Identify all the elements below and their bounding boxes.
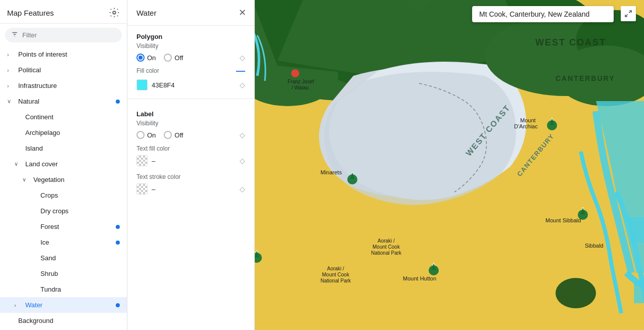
text-stroke-color-diamond[interactable]: ◇: [240, 185, 245, 193]
modified-dot: [116, 100, 120, 104]
svg-text:National Park: National Park: [371, 250, 402, 256]
svg-text:Mount Hutton: Mount Hutton: [403, 275, 436, 281]
map-search-value: Mt Cook, Canterbury, New Zealand: [479, 10, 589, 18]
left-panel-title: Map Features: [7, 9, 54, 17]
svg-text:/ Waiau: / Waiau: [292, 85, 309, 90]
nav-item-label: Vegetation: [33, 176, 64, 183]
filter-bar[interactable]: [5, 28, 122, 42]
nav-item-vegetation[interactable]: ∨Vegetation: [0, 172, 127, 187]
svg-text:Mount Sibbald: Mount Sibbald: [545, 217, 581, 223]
nav-item-label: Points of interest: [18, 51, 67, 58]
modified-dot: [116, 303, 120, 307]
filter-input[interactable]: [22, 31, 116, 39]
close-button[interactable]: ✕: [238, 7, 247, 18]
svg-point-27: [547, 120, 557, 130]
fullscreen-button[interactable]: [621, 6, 636, 21]
svg-text:Mount: Mount: [520, 117, 536, 123]
chevron-right-icon: ›: [7, 52, 14, 58]
svg-text:D'Archiac: D'Archiac: [514, 123, 538, 129]
text-stroke-color-row: – ◇: [127, 181, 254, 199]
svg-text:Franz Josef: Franz Josef: [288, 79, 314, 84]
nav-item-crops[interactable]: Crops: [0, 187, 127, 203]
nav-item-infrastructure[interactable]: ›Infrastructure: [0, 78, 127, 93]
polygon-visibility-diamond[interactable]: ◇: [240, 54, 245, 62]
polygon-on-circle: [136, 54, 145, 62]
nav-item-label: Shrub: [40, 270, 58, 277]
nav-item-label: Continent: [25, 113, 54, 121]
svg-point-41: [429, 265, 439, 275]
polygon-off-circle: [164, 54, 172, 62]
fill-color-swatch[interactable]: [136, 79, 148, 90]
middle-panel-title: Water: [136, 9, 156, 17]
label-off-label: Off: [174, 131, 183, 139]
chevron-right-icon: ›: [7, 67, 14, 73]
map-search-bar[interactable]: Mt Cook, Canterbury, New Zealand: [472, 6, 614, 22]
nav-item-label: Background: [18, 317, 53, 324]
nav-item-label: Tundra: [40, 286, 61, 293]
nav-item-dry-crops[interactable]: Dry crops: [0, 203, 127, 219]
svg-point-20: [291, 69, 299, 77]
nav-item-ice[interactable]: Ice: [0, 234, 127, 250]
svg-text:Mount Cook: Mount Cook: [322, 272, 350, 277]
svg-text:Mount Cook: Mount Cook: [373, 244, 400, 250]
filter-icon: [11, 31, 18, 39]
label-section-label: Label: [127, 103, 254, 120]
settings-icon[interactable]: [109, 7, 120, 18]
chevron-down-icon: ∨: [7, 98, 14, 105]
label-off-circle: [164, 131, 172, 139]
svg-text:Aoraki /: Aoraki /: [327, 266, 344, 271]
nav-item-label: Forest: [40, 223, 59, 230]
fill-color-value: 43E8F4: [152, 81, 236, 89]
nav-item-political[interactable]: ›Political: [0, 62, 127, 78]
fill-color-diamond[interactable]: ◇: [240, 81, 245, 89]
fill-color-minus-icon[interactable]: —: [236, 66, 245, 76]
svg-text:National Park: National Park: [320, 278, 351, 284]
polygon-section-label: Polygon: [127, 26, 254, 42]
nav-item-sand[interactable]: Sand: [0, 250, 127, 266]
label-visibility-label: Visibility: [127, 120, 254, 127]
modified-dot: [116, 241, 120, 245]
svg-point-15: [556, 278, 596, 308]
nav-item-shrub[interactable]: Shrub: [0, 266, 127, 281]
nav-item-label: Island: [25, 145, 43, 152]
polygon-off-radio[interactable]: Off: [164, 54, 183, 62]
svg-text:WEST COAST: WEST COAST: [535, 37, 606, 48]
nav-item-label: Infrastructure: [18, 82, 57, 89]
chevron-right-icon: ›: [7, 83, 14, 89]
nav-item-points-of-interest[interactable]: ›Points of interest: [0, 46, 127, 62]
fill-color-label: Fill color: [136, 67, 236, 74]
chevron-right-icon: ›: [14, 302, 21, 308]
nav-item-label: Water: [25, 301, 42, 309]
nav-item-forest[interactable]: Forest: [0, 219, 127, 234]
label-on-label: On: [147, 131, 156, 139]
nav-item-island[interactable]: Island: [0, 140, 127, 156]
svg-text:CANTERBURY: CANTERBURY: [556, 74, 615, 82]
text-fill-color-swatch[interactable]: [136, 155, 148, 166]
svg-text:Aoraki /: Aoraki /: [378, 238, 395, 244]
label-on-circle: [136, 131, 145, 139]
divider-1: [127, 99, 254, 99]
nav-item-continent[interactable]: Continent: [0, 109, 127, 125]
nav-item-label: Natural: [18, 98, 39, 105]
label-on-radio[interactable]: On: [136, 131, 156, 139]
nav-item-tundra[interactable]: Tundra: [0, 281, 127, 297]
nav-item-land-cover[interactable]: ∨Land cover: [0, 156, 127, 172]
text-fill-color-diamond[interactable]: ◇: [240, 157, 245, 165]
nav-item-water[interactable]: ›Water: [0, 297, 127, 313]
label-visibility-radio: On Off ◇: [127, 128, 254, 142]
nav-item-archipelago[interactable]: Archipelago: [0, 125, 127, 140]
text-fill-color-value: –: [152, 157, 236, 165]
text-stroke-color-swatch[interactable]: [136, 183, 148, 195]
nav-item-label: Dry crops: [40, 207, 69, 215]
label-off-radio[interactable]: Off: [164, 131, 183, 139]
polygon-visibility-label: Visibility: [127, 42, 254, 50]
nav-item-natural[interactable]: ∨Natural: [0, 93, 127, 109]
map-panel: WEST COAST CANTERBURY WEST COAST CANTERB…: [255, 0, 644, 330]
nav-item-background[interactable]: Background: [0, 313, 127, 328]
text-stroke-color-label: Text stroke color: [127, 173, 254, 180]
polygon-on-radio[interactable]: On: [136, 54, 156, 62]
nav-item-label: Sand: [40, 254, 56, 262]
left-header: Map Features: [0, 0, 127, 24]
nav-item-label: Ice: [40, 239, 49, 246]
label-visibility-diamond[interactable]: ◇: [240, 131, 245, 139]
